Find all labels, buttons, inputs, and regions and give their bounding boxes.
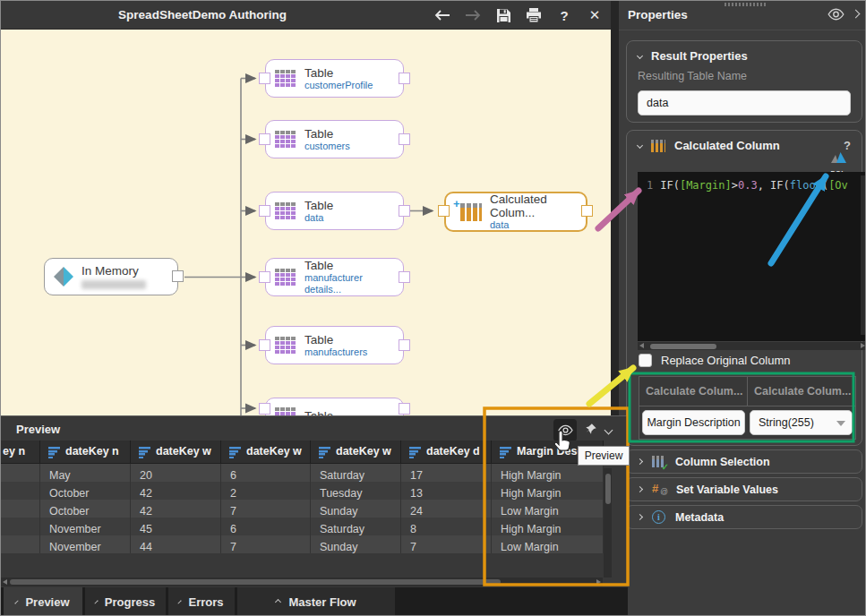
tab-preview[interactable]: Preview: [4, 587, 82, 616]
connector-out[interactable]: [399, 271, 410, 283]
chevron-down-icon[interactable]: [604, 426, 613, 435]
node-table-customerprofile[interactable]: TablecustomerProfile: [265, 59, 404, 98]
sort-icon: [229, 445, 241, 458]
column-header[interactable]: dateKey w: [131, 441, 221, 464]
connector-out[interactable]: [399, 133, 410, 145]
scrollbar-thumb[interactable]: [650, 344, 716, 349]
connector-in[interactable]: [438, 205, 450, 217]
node-calculated-column[interactable]: + Calculated Colum...data: [444, 192, 587, 232]
table-vertical-scrollbar[interactable]: [604, 468, 612, 578]
connector-in[interactable]: [259, 339, 270, 351]
cell: Saturday: [311, 464, 401, 482]
forward-icon: [464, 6, 482, 24]
chevron-down-icon[interactable]: [637, 53, 643, 59]
node-subtitle: data: [304, 212, 333, 224]
cell: Low Margin: [492, 535, 604, 553]
connector-in[interactable]: [259, 73, 270, 84]
scroll-left-icon[interactable]: [3, 579, 7, 585]
connector-out[interactable]: [399, 339, 410, 351]
connector-out[interactable]: [399, 73, 410, 84]
connector-out[interactable]: [581, 205, 593, 217]
resulting-table-name-input[interactable]: data: [638, 90, 851, 116]
node-in-memory[interactable]: In Memory: [44, 258, 178, 295]
flow-canvas[interactable]: In Memory TablecustomerProfile Tablecust…: [1, 30, 611, 415]
cell: [1, 464, 40, 482]
column-header-label: ey n: [3, 445, 25, 458]
eye-icon[interactable]: [827, 8, 845, 24]
node-table-data[interactable]: Tabledata: [265, 192, 404, 230]
preview-table: ey n dateKey n May October October Novem…: [1, 441, 604, 553]
cell: [1, 482, 40, 500]
column-name-input[interactable]: Margin Description: [642, 410, 745, 435]
code-token: , IF(: [758, 179, 790, 192]
scrollbar-thumb[interactable]: [10, 579, 501, 585]
section-set-variable-values[interactable]: #@ Set Variable Values: [626, 477, 862, 501]
cell: High Margin: [492, 518, 604, 535]
calculated-column-grid: Calculate Colum... Calculate Colum... Ma…: [639, 376, 856, 440]
column-header[interactable]: dateKey w: [311, 441, 401, 464]
replace-original-column-checkbox[interactable]: [639, 354, 652, 367]
tab-master-flow[interactable]: Master Flow: [237, 587, 395, 616]
cell: 45: [131, 518, 221, 535]
node-title: Table: [304, 127, 350, 141]
editor-vertical-scrollbar[interactable]: [861, 175, 865, 335]
print-icon[interactable]: [525, 6, 543, 24]
section-column-selection[interactable]: ✓ Column Selection: [626, 449, 862, 474]
node-table-customers[interactable]: Tablecustomers: [265, 120, 404, 158]
cell: 42: [131, 482, 221, 500]
node-table-partial[interactable]: Table: [265, 398, 404, 415]
scroll-right-icon[interactable]: [861, 343, 865, 348]
calculated-column-icon: +: [460, 203, 482, 221]
column-header[interactable]: ey n: [1, 441, 40, 464]
scroll-left-icon[interactable]: [639, 343, 644, 348]
node-table-manufacturers[interactable]: Tablemanufacturers: [265, 326, 404, 364]
cell: November: [40, 535, 131, 553]
connector-out[interactable]: [399, 403, 410, 415]
line-number: 1: [647, 179, 653, 192]
cell: [1, 500, 40, 518]
scroll-right-icon[interactable]: [596, 579, 601, 585]
connector-in[interactable]: [259, 271, 270, 283]
close-icon[interactable]: ✕: [586, 6, 604, 24]
code-token: [Margin]: [680, 179, 732, 192]
code-token: floor: [790, 179, 822, 192]
section-metadata[interactable]: i Metadata: [626, 505, 862, 529]
cell: [1, 518, 40, 535]
cell: Low Margin: [492, 500, 604, 518]
cell: 13: [401, 482, 492, 500]
column-header[interactable]: dateKey d: [401, 441, 492, 464]
preview-eye-button[interactable]: [553, 419, 577, 441]
formula-code-editor[interactable]: 1IF([Margin]>0.3, IF(floor([Ov: [638, 172, 866, 341]
connector-in[interactable]: [259, 403, 270, 415]
connector-out-in-memory[interactable]: [172, 270, 184, 282]
column-header[interactable]: dateKey n: [40, 441, 131, 464]
tab-progress[interactable]: Progress: [85, 587, 166, 616]
help-icon[interactable]: ?: [844, 139, 851, 152]
connector-in[interactable]: [259, 205, 270, 217]
chevron-right-icon[interactable]: [637, 458, 643, 465]
chevron-right-icon[interactable]: [637, 514, 643, 520]
cell: 44: [131, 535, 221, 553]
pin-icon[interactable]: [585, 423, 597, 439]
tab-errors[interactable]: Errors: [168, 587, 235, 616]
save-icon[interactable]: [494, 6, 512, 24]
cell: [1, 535, 40, 553]
back-icon[interactable]: [433, 6, 451, 24]
chevron-up-icon: [178, 600, 182, 603]
column-header[interactable]: dateKey w: [221, 441, 311, 464]
scrollbar-thumb[interactable]: [605, 474, 611, 504]
chevron-down-icon[interactable]: [836, 421, 845, 426]
help-icon[interactable]: ?: [555, 6, 573, 24]
collapse-panel-icon[interactable]: [852, 10, 861, 19]
node-table-manufacturer-details[interactable]: Tablemanufacturer details...: [265, 258, 404, 296]
chevron-right-icon[interactable]: [637, 486, 643, 492]
bottom-tab-bar: Preview Progress Errors Master Flow: [1, 587, 628, 616]
connector-out[interactable]: [399, 205, 410, 217]
table-horizontal-scrollbar[interactable]: [1, 578, 603, 586]
chevron-down-icon[interactable]: [637, 142, 643, 149]
column-header-label: Margin Desc: [517, 445, 583, 458]
grid-column-header: Calculate Colum...: [748, 377, 855, 406]
editor-horizontal-scrollbar[interactable]: [638, 342, 866, 350]
connector-in[interactable]: [259, 133, 270, 145]
column-header-label: dateKey w: [246, 445, 302, 458]
